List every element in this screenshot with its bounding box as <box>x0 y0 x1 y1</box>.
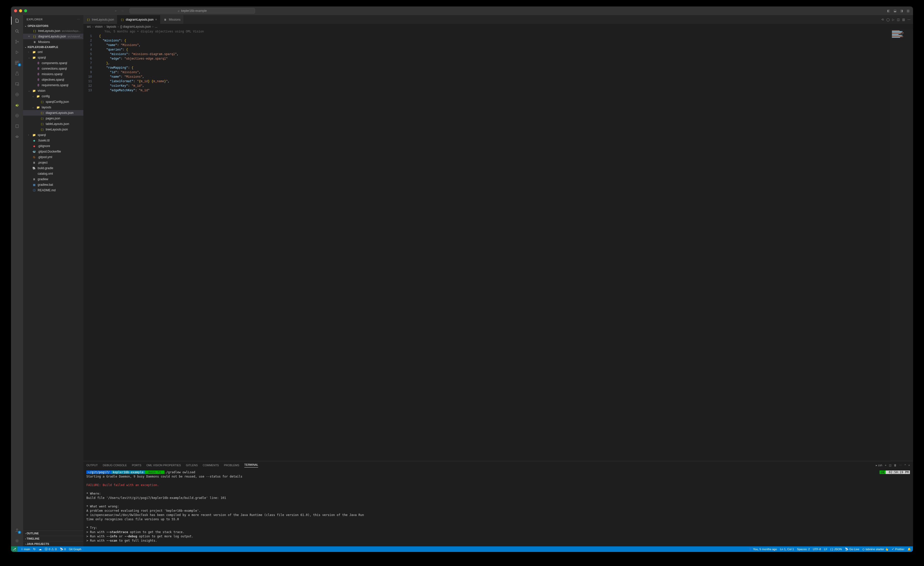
search-icon: ⌕ <box>178 9 180 12</box>
activity-ext5[interactable] <box>14 134 20 140</box>
json-icon: { } <box>40 100 44 103</box>
tree-item[interactable]: 🗎gradlew <box>23 176 83 182</box>
code-editor[interactable]: 12345678910111213 You, 5 months ago • di… <box>83 29 351 215</box>
tree-item[interactable]: 🐳.gitpod.Dockerfile <box>23 149 83 154</box>
file-icon: 🗎 <box>32 161 36 164</box>
tree-item[interactable]: 🐘build.gradle <box>23 166 83 171</box>
nav-forward-icon[interactable]: → <box>121 9 124 12</box>
tree-item[interactable]: ⌄📁config <box>23 93 83 99</box>
tree-item[interactable]: ›📁sparql <box>23 132 83 138</box>
tree-item[interactable]: ⌄📁vision <box>23 88 83 93</box>
nav-back-icon[interactable]: ← <box>114 9 117 12</box>
open-editor-item[interactable]: × { }diagramLayouts.json src/vision/l... <box>23 34 83 39</box>
activity-run[interactable] <box>14 49 20 55</box>
sidebar-more-icon[interactable]: ⋯ <box>77 18 80 21</box>
zoom-window-button[interactable] <box>24 9 27 12</box>
json-icon: { } <box>33 35 37 38</box>
tree-item[interactable]: ›📁oml <box>23 49 83 55</box>
activity-bar: 4 🐢 R 2 <box>11 15 23 215</box>
activity-scm[interactable] <box>14 39 20 45</box>
svg-point-2 <box>16 42 16 44</box>
db-icon: 🛢 <box>36 84 40 87</box>
tree-item[interactable]: ⌄📁layouts <box>23 105 83 110</box>
json-icon: { } <box>40 117 44 120</box>
tree-item[interactable]: 🛢requirements.sparql <box>23 83 83 88</box>
svg-point-0 <box>16 30 18 32</box>
close-window-button[interactable] <box>14 9 17 12</box>
tree-item[interactable]: 🛢missions.sparql <box>23 71 83 77</box>
traffic-lights <box>14 9 27 12</box>
svg-rect-13 <box>16 125 18 128</box>
editor-tab[interactable]: 🗎Missions <box>160 15 184 24</box>
activity-ext2[interactable]: 🐢 <box>14 102 20 108</box>
open-editor-item[interactable]: 🗎Missions <box>23 39 83 45</box>
tree-item[interactable]: ◆.fuseki.ttl <box>23 138 83 143</box>
json-icon: { } <box>40 128 44 131</box>
folder-icon: 📁 <box>32 51 36 54</box>
editor-tab[interactable]: { }treeLayouts.json <box>83 15 117 24</box>
tree-item[interactable]: ⓘREADME.md <box>23 188 83 193</box>
tree-item[interactable]: G.gitpod.yml <box>23 154 83 160</box>
gitpod-icon: G <box>32 155 36 159</box>
json-icon: { } <box>33 29 37 32</box>
activity-remote[interactable] <box>14 81 20 87</box>
titlebar: ← → ⌕ kepler16b-example ◧ ⬓ ◨ ▥ <box>11 6 351 15</box>
file-icon: 🗎 <box>32 178 36 181</box>
close-icon[interactable]: × <box>28 35 31 38</box>
db-icon: 🛢 <box>36 67 40 70</box>
activity-ext1[interactable] <box>14 92 20 98</box>
activity-explorer[interactable] <box>14 18 20 24</box>
activity-testing[interactable] <box>14 70 20 77</box>
tree-item[interactable]: catalog.xml <box>23 171 83 176</box>
svg-point-1 <box>16 40 16 41</box>
open-editor-item[interactable]: { }treeLayouts.json src/vision/layo... <box>23 28 83 34</box>
svg-point-9 <box>16 93 19 96</box>
command-center[interactable]: ⌕ kepler16b-example <box>129 8 255 14</box>
svg-point-10 <box>16 94 18 95</box>
svg-point-3 <box>18 41 19 42</box>
tree-item[interactable]: ◆.gitignore <box>23 143 83 149</box>
git-icon: ◆ <box>32 145 36 148</box>
file-icon: 🗎 <box>33 41 37 44</box>
svg-point-14 <box>16 136 18 137</box>
file-icon: 🗎 <box>163 18 167 21</box>
folder-icon: 📁 <box>32 89 36 92</box>
breadcrumb[interactable]: src›vision›layouts›{} diagramLayouts.jso… <box>83 24 351 29</box>
tree-item[interactable]: { }diagramLayouts.json <box>23 110 83 116</box>
editor-tab[interactable]: { }diagramLayouts.json× <box>117 15 160 24</box>
close-tab-icon[interactable]: × <box>155 18 157 21</box>
folder-icon: 📁 <box>32 56 36 59</box>
tree-item[interactable]: { }tableLayouts.json <box>23 121 83 126</box>
tree-item[interactable]: { }treeLayouts.json <box>23 126 83 132</box>
json-icon: { } <box>40 111 44 114</box>
extensions-badge: 4 <box>18 63 21 66</box>
tree-item[interactable]: ⌄📁sparql <box>23 55 83 60</box>
project-header[interactable]: ⌄KEPLER16B-EXAMPLE <box>23 45 83 49</box>
open-editors-header[interactable]: ⌄OPEN EDITORS <box>23 24 83 28</box>
editor-group: { }treeLayouts.json{ }diagramLayouts.jso… <box>83 15 351 215</box>
tree-item[interactable]: 🛢objectives.sparql <box>23 77 83 83</box>
tree-item[interactable]: 🛢components.sparql <box>23 60 83 66</box>
tree-item[interactable]: { }sparqlConfig.json <box>23 99 83 105</box>
json-icon: { } <box>86 18 90 21</box>
activity-extensions[interactable]: 4 <box>14 60 20 66</box>
activity-ext4[interactable] <box>14 123 20 129</box>
bat-icon: ▦ <box>32 183 36 187</box>
tree-item[interactable]: 🛢connections.sparql <box>23 66 83 71</box>
command-center-label: kepler16b-example <box>181 9 207 12</box>
svg-rect-5 <box>17 61 19 63</box>
folderLay-icon: 📁 <box>36 106 40 109</box>
folderCfg-icon: 📁 <box>36 95 40 98</box>
db-icon: 🛢 <box>36 78 40 81</box>
tree-item[interactable]: { }pages.json <box>23 116 83 121</box>
rdf-icon: ◆ <box>32 139 36 142</box>
activity-ext3[interactable]: R <box>14 113 20 119</box>
db-icon: 🛢 <box>36 62 40 65</box>
svg-rect-6 <box>15 63 17 65</box>
sidebar: EXPLORER ⋯ ⌄OPEN EDITORS { }treeLayouts.… <box>23 15 83 215</box>
tree-item[interactable]: 🗎.project <box>23 160 83 166</box>
docker-icon: 🐳 <box>32 150 36 153</box>
minimize-window-button[interactable] <box>19 9 22 12</box>
activity-search[interactable] <box>14 28 20 34</box>
tree-item[interactable]: ▦gradlew.bat <box>23 182 83 188</box>
